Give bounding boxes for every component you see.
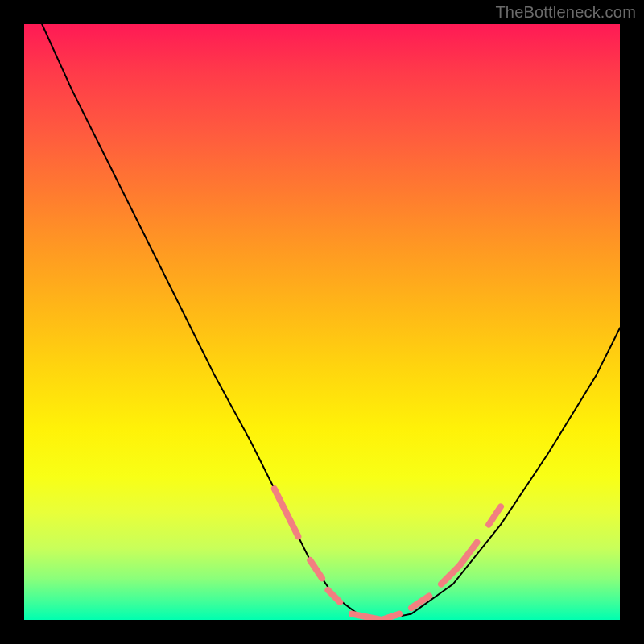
highlight-segment-4 — [411, 596, 429, 608]
highlight-segment-3 — [352, 614, 399, 620]
curve-layer — [24, 24, 620, 620]
plot-area — [24, 24, 620, 620]
highlight-segment-1 — [310, 560, 322, 578]
bottleneck-curve — [42, 24, 620, 620]
watermark-text: TheBottleneck.com — [495, 3, 636, 22]
highlight-segment-6 — [489, 506, 501, 524]
highlight-segment-0 — [275, 489, 299, 536]
chart-frame: TheBottleneck.com — [0, 0, 644, 644]
highlight-segment-2 — [328, 590, 340, 602]
